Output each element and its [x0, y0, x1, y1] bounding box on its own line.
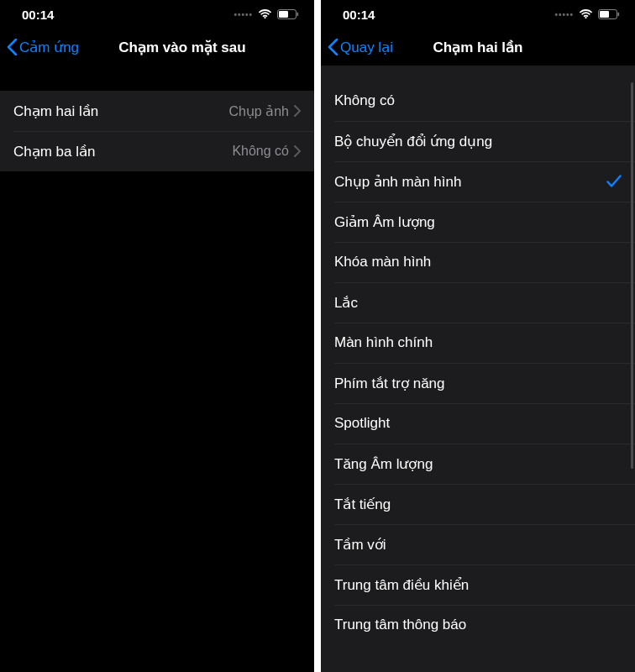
- option-row[interactable]: Tăng Âm lượng: [321, 444, 635, 484]
- cellular-dots-icon: •••••: [554, 10, 574, 19]
- nav-bar: Cảm ứng Chạm vào mặt sau: [0, 29, 314, 66]
- option-row[interactable]: Bộ chuyển đổi ứng dụng: [321, 121, 635, 161]
- row-triple-tap[interactable]: Chạm ba lần Không có: [0, 131, 314, 171]
- wifi-icon: [258, 9, 272, 19]
- content-right: Không cóBộ chuyển đổi ứng dụngChụp ảnh m…: [321, 66, 635, 672]
- option-label: Giảm Âm lượng: [334, 213, 622, 231]
- options-list[interactable]: Không cóBộ chuyển đổi ứng dụngChụp ảnh m…: [321, 66, 635, 672]
- battery-icon: [277, 9, 299, 19]
- option-label: Trung tâm điều khiển: [334, 576, 622, 594]
- battery-icon: [598, 9, 620, 19]
- back-button[interactable]: Quay lại: [328, 39, 393, 56]
- option-row[interactable]: Tắt tiếng: [321, 484, 635, 524]
- option-row[interactable]: Màn hình chính: [321, 323, 635, 363]
- nav-bar: Quay lại Chạm hai lần: [321, 29, 635, 66]
- page-title: Chạm hai lần: [433, 39, 523, 56]
- option-row[interactable]: Tầm với: [321, 524, 635, 564]
- row-value: Chụp ảnh: [228, 103, 289, 119]
- cellular-dots-icon: •••••: [234, 10, 253, 19]
- status-right: •••••: [234, 9, 299, 19]
- scroll-indicator[interactable]: [631, 82, 633, 469]
- chevron-left-icon: [328, 39, 338, 55]
- option-label: Phím tắt trợ năng: [334, 375, 622, 392]
- svg-rect-4: [600, 11, 609, 18]
- phone-left: 00:14 ••••• Cảm ứng Chạm vào mặt sau Chạ…: [0, 0, 314, 672]
- option-label: Chụp ảnh màn hình: [334, 173, 606, 191]
- status-time: 00:14: [22, 8, 54, 22]
- status-bar: 00:14 •••••: [0, 0, 314, 29]
- settings-list: Chạm hai lần Chụp ảnh Chạm ba lần Không …: [0, 91, 314, 171]
- row-label: Chạm hai lần: [13, 102, 228, 120]
- row-label: Chạm ba lần: [13, 143, 232, 160]
- chevron-left-icon: [7, 39, 18, 55]
- option-label: Khóa màn hình: [334, 254, 622, 270]
- option-row[interactable]: Lắc: [321, 282, 635, 323]
- svg-rect-5: [618, 13, 620, 16]
- svg-rect-2: [297, 13, 299, 16]
- option-label: Tăng Âm lượng: [334, 455, 622, 473]
- wifi-icon: [579, 9, 593, 19]
- option-row[interactable]: Giảm Âm lượng: [321, 202, 635, 242]
- option-label: Tắt tiếng: [334, 496, 622, 513]
- option-label: Lắc: [334, 294, 622, 312]
- option-row[interactable]: Phím tắt trợ năng: [321, 363, 635, 403]
- row-double-tap[interactable]: Chạm hai lần Chụp ảnh: [0, 91, 314, 131]
- option-row[interactable]: Spotlight: [321, 403, 635, 444]
- option-label: Tầm với: [334, 536, 622, 554]
- row-value: Không có: [232, 144, 289, 159]
- back-button[interactable]: Cảm ứng: [7, 39, 79, 56]
- option-row[interactable]: Trung tâm điều khiển: [321, 564, 635, 605]
- back-label: Quay lại: [340, 39, 393, 56]
- option-label: Màn hình chính: [334, 334, 622, 351]
- status-bar: 00:14 •••••: [321, 0, 635, 29]
- option-row[interactable]: Khóa màn hình: [321, 242, 635, 282]
- checkmark-icon: [606, 175, 622, 188]
- option-label: Trung tâm thông báo: [334, 617, 622, 633]
- option-row[interactable]: Chụp ảnh màn hình: [321, 161, 635, 202]
- svg-rect-1: [279, 11, 288, 18]
- option-label: Bộ chuyển đổi ứng dụng: [334, 133, 622, 150]
- option-label: Không có: [334, 92, 622, 109]
- page-title: Chạm vào mặt sau: [118, 39, 245, 56]
- chevron-right-icon: [294, 105, 301, 117]
- content-left: Chạm hai lần Chụp ảnh Chạm ba lần Không …: [0, 66, 314, 672]
- chevron-right-icon: [294, 145, 301, 157]
- option-row[interactable]: Không có: [321, 81, 635, 121]
- option-row[interactable]: Trung tâm thông báo: [321, 605, 635, 645]
- status-right: •••••: [554, 9, 620, 19]
- back-label: Cảm ứng: [19, 39, 79, 56]
- phone-right: 00:14 ••••• Quay lại Chạm hai lần Không …: [321, 0, 635, 672]
- option-label: Spotlight: [334, 415, 622, 432]
- status-time: 00:14: [343, 8, 375, 22]
